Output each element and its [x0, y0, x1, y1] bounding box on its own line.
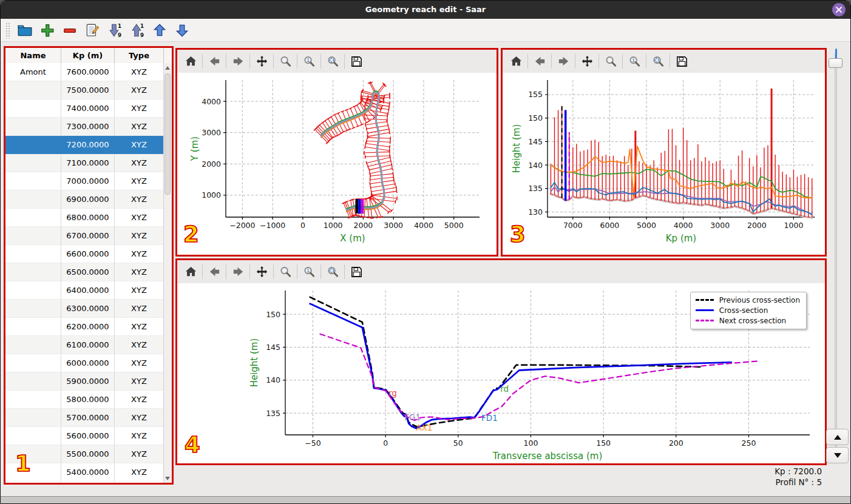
table-row[interactable]: 7300.0000XYZ — [5, 118, 164, 136]
table-cell[interactable]: 5500.0000 — [61, 445, 115, 463]
table-row[interactable]: 7500.0000XYZ — [5, 81, 164, 99]
table-cell[interactable] — [5, 391, 61, 409]
table-cell[interactable] — [5, 281, 61, 300]
table-cell[interactable] — [5, 172, 61, 190]
table-cell[interactable]: 5400.0000 — [61, 463, 115, 482]
table-row[interactable]: 6600.0000XYZ — [5, 245, 164, 263]
long-profile-figure[interactable]: 7000600050004000300020001000130135140145… — [503, 73, 825, 255]
table-cell[interactable]: XYZ — [115, 409, 164, 427]
table-row[interactable]: 6700.0000XYZ — [5, 227, 164, 245]
zoom-button[interactable] — [276, 263, 295, 281]
table-cell[interactable]: XYZ — [115, 118, 164, 136]
table-cell[interactable]: 6800.0000 — [61, 209, 115, 227]
table-cell[interactable]: XYZ — [115, 63, 164, 81]
table-cell[interactable] — [5, 409, 61, 427]
profile-slider-track[interactable] — [835, 53, 837, 458]
table-cell[interactable]: XYZ — [115, 209, 164, 227]
table-scrollbar[interactable] — [163, 63, 172, 483]
table-cell[interactable]: XYZ — [115, 227, 164, 245]
table-cell[interactable] — [5, 300, 61, 318]
table-row[interactable]: 6300.0000XYZ — [5, 300, 164, 318]
table-cell[interactable] — [5, 354, 61, 372]
forward-button[interactable] — [228, 52, 248, 70]
table-cell[interactable]: 6300.0000 — [61, 300, 115, 318]
plan-view-figure[interactable]: −2000−1000010002000300040005000100020003… — [177, 73, 497, 255]
table-cell[interactable] — [5, 118, 61, 136]
zoom-to-selection-button[interactable]: 1 — [299, 263, 319, 281]
table-cell[interactable] — [5, 263, 61, 281]
table-row[interactable]: 6400.0000XYZ — [5, 281, 164, 300]
table-cell[interactable]: 7300.0000 — [61, 118, 115, 136]
long-profile-plot[interactable]: 7000600050004000300020001000130135140145… — [503, 73, 825, 255]
zoom-button[interactable] — [276, 52, 295, 70]
zoom-to-selection-button[interactable]: 1 — [625, 52, 644, 70]
edit-profile-button[interactable] — [83, 21, 101, 39]
table-cell[interactable] — [5, 227, 61, 245]
table-row[interactable]: 7100.0000XYZ — [5, 154, 164, 172]
table-cell[interactable] — [5, 318, 61, 336]
table-cell[interactable]: XYZ — [115, 354, 164, 372]
toolbar-grip[interactable] — [5, 22, 10, 38]
table-cell[interactable]: 6900.0000 — [61, 190, 115, 209]
table-row[interactable]: 7200.0000XYZ — [5, 136, 164, 154]
table-cell[interactable]: 6700.0000 — [61, 227, 115, 245]
table-cell[interactable]: XYZ — [115, 391, 164, 409]
zoom-button[interactable] — [601, 52, 620, 70]
table-row[interactable]: 6100.0000XYZ — [5, 336, 164, 354]
table-cell[interactable]: 5600.0000 — [61, 427, 115, 445]
save-button[interactable] — [347, 52, 366, 70]
table-cell[interactable]: 5800.0000 — [61, 391, 115, 409]
table-cell[interactable]: 6500.0000 — [61, 263, 115, 281]
table-row[interactable]: 5800.0000XYZ — [5, 391, 164, 409]
table-cell[interactable] — [5, 81, 61, 99]
table-row[interactable]: 6000.0000XYZ — [5, 354, 164, 372]
home-button[interactable] — [506, 52, 526, 70]
column-header-name[interactable]: Name — [5, 48, 61, 63]
table-cell[interactable]: XYZ — [115, 336, 164, 354]
profile-up-button[interactable] — [826, 429, 849, 445]
remove-profile-button[interactable] — [61, 21, 79, 39]
move-down-button[interactable] — [173, 21, 191, 39]
table-cell[interactable]: 5900.0000 — [61, 372, 115, 391]
table-cell[interactable] — [5, 427, 61, 445]
table-row[interactable]: 5700.0000XYZ — [5, 409, 164, 427]
table-cell[interactable] — [5, 136, 61, 154]
table-cell[interactable]: 7400.0000 — [61, 99, 115, 118]
table-row[interactable]: 6200.0000XYZ — [5, 318, 164, 336]
table-cell[interactable]: XYZ — [115, 99, 164, 118]
table-cell[interactable]: Amont — [5, 63, 61, 81]
cross-section-figure[interactable]: −50050100150200250135140145150Transverse… — [177, 283, 825, 463]
table-cell[interactable] — [5, 372, 61, 391]
column-header-kp[interactable]: Kp (m) — [61, 48, 115, 63]
table-cell[interactable]: XYZ — [115, 172, 164, 190]
table-cell[interactable]: XYZ — [115, 190, 164, 209]
table-row[interactable]: 6500.0000XYZ — [5, 263, 164, 281]
scrollbar-down-icon[interactable] — [164, 474, 171, 483]
table-cell[interactable] — [5, 336, 61, 354]
table-cell[interactable]: XYZ — [115, 372, 164, 391]
table-cell[interactable]: 7000.0000 — [61, 172, 115, 190]
table-cell[interactable]: 6600.0000 — [61, 245, 115, 263]
table-cell[interactable]: XYZ — [115, 263, 164, 281]
scrollbar-up-icon[interactable] — [164, 63, 171, 72]
table-cell[interactable]: XYZ — [115, 300, 164, 318]
zoom-to-selection-button[interactable]: 1 — [299, 52, 319, 70]
table-cell[interactable]: XYZ — [115, 427, 164, 445]
table-cell[interactable]: 7100.0000 — [61, 154, 115, 172]
save-button[interactable] — [347, 263, 366, 281]
back-button[interactable] — [205, 263, 224, 281]
table-cell[interactable] — [5, 99, 61, 118]
pan-button[interactable] — [577, 52, 597, 70]
pan-button[interactable] — [252, 52, 271, 70]
table-cell[interactable]: XYZ — [115, 245, 164, 263]
move-up-button[interactable] — [151, 21, 169, 39]
scrollbar-thumb[interactable] — [164, 73, 171, 195]
reset-zoom-button[interactable] — [323, 263, 342, 281]
close-button[interactable] — [832, 3, 846, 16]
home-button[interactable] — [181, 263, 200, 281]
table-cell[interactable]: 6100.0000 — [61, 336, 115, 354]
home-button[interactable] — [181, 52, 200, 70]
table-row[interactable]: 6900.0000XYZ — [5, 190, 164, 209]
reset-zoom-button[interactable] — [648, 52, 668, 70]
table-cell[interactable] — [5, 245, 61, 263]
